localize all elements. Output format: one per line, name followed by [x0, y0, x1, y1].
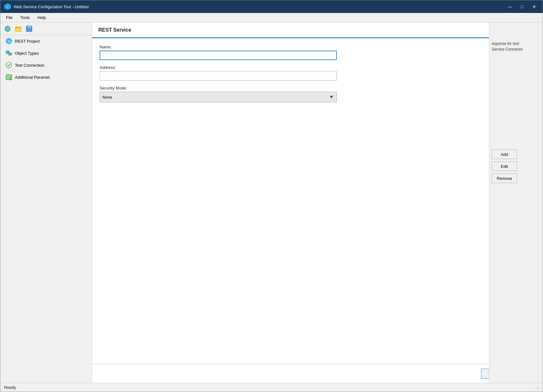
svg-point-17: [6, 62, 12, 68]
title-bar: Web Service Configuration Tool - Untitle…: [0, 0, 543, 13]
sidebar: REST Project Object Types Test Connectio…: [0, 22, 92, 383]
sidebar-label-rest-project: REST Project: [15, 39, 40, 44]
name-label: Name:: [100, 45, 535, 49]
new-button[interactable]: [3, 24, 12, 34]
edit-button[interactable]: Edit: [492, 162, 517, 171]
new-icon: [4, 25, 11, 32]
status-text: Ready: [4, 385, 16, 390]
sidebar-label-additional-params: Additional Paramet: [15, 75, 50, 80]
sidebar-label-object-types: Object Types: [15, 51, 39, 56]
sidebar-item-additional-params[interactable]: $ Additional Paramet: [0, 71, 92, 83]
name-field-group: Name:: [100, 45, 535, 60]
add-button[interactable]: Add: [492, 150, 517, 159]
security-mode-label: Security Mode:: [100, 86, 535, 90]
sidebar-item-test-connection[interactable]: Test Connection: [0, 59, 92, 71]
save-icon: [26, 25, 33, 32]
main-content: REST Project Object Types Test Connectio…: [0, 22, 543, 383]
svg-rect-11: [27, 29, 31, 31]
security-mode-select[interactable]: None Basic OAuth Certificate: [100, 92, 337, 102]
status-indicator: :::: [536, 386, 539, 389]
object-types-icon: [5, 50, 12, 57]
help-menu[interactable]: Help: [34, 14, 49, 21]
test-connection-icon: [5, 62, 12, 69]
svg-rect-20: [7, 77, 10, 77]
svg-rect-14: [9, 53, 12, 55]
status-bar: Ready :::: [0, 383, 543, 392]
name-input[interactable]: [100, 51, 337, 60]
svg-rect-10: [30, 26, 31, 28]
security-mode-field-group: Security Mode: None Basic OAuth Certific…: [100, 86, 535, 102]
open-button[interactable]: [14, 24, 23, 34]
svg-rect-7: [15, 27, 18, 28]
sidebar-item-object-types[interactable]: Object Types: [0, 47, 92, 59]
address-input[interactable]: [100, 71, 337, 81]
app-icon: [4, 3, 11, 10]
address-label: Address:: [100, 65, 535, 70]
open-icon: [15, 25, 22, 32]
toolbar: [0, 22, 92, 35]
menu-bar: File Tools Help: [0, 13, 543, 22]
remove-button[interactable]: Remove: [492, 174, 517, 183]
dialog-panel: REST Service x Name: Address: Security M…: [92, 22, 543, 383]
rest-project-icon: [5, 38, 12, 45]
svg-rect-15: [6, 52, 8, 52]
save-button[interactable]: [24, 24, 34, 34]
right-panel-buttons: Add Edit Remove: [489, 150, 543, 183]
sidebar-item-rest-project[interactable]: REST Project: [0, 35, 92, 47]
svg-text:$: $: [10, 78, 11, 81]
tools-menu[interactable]: Tools: [17, 14, 33, 21]
close-window-button[interactable]: ✕: [529, 3, 539, 10]
dialog-title: REST Service: [98, 27, 131, 33]
dialog-header: REST Service x: [92, 22, 543, 38]
main-window: Web Service Configuration Tool - Untitle…: [0, 0, 543, 392]
window-title: Web Service Configuration Tool - Untitle…: [14, 4, 505, 9]
content-area: REST Service x Name: Address: Security M…: [92, 22, 543, 383]
svg-point-4: [8, 26, 10, 28]
svg-rect-6: [15, 28, 21, 31]
right-panel-text: esponse for rest Service Connector: [489, 38, 543, 55]
partial-text: esponse for rest Service Connector: [492, 41, 523, 52]
svg-rect-16: [6, 52, 8, 52]
additional-params-icon: $: [5, 74, 12, 81]
dialog-footer: OK Cancel: [92, 364, 543, 383]
address-field-group: Address:: [100, 65, 535, 81]
window-controls: — □ ✕: [505, 3, 539, 10]
dialog-body: Name: Address: Security Mode: None Basic…: [92, 38, 543, 364]
sidebar-label-test-connection: Test Connection: [15, 63, 44, 68]
maximize-button[interactable]: □: [517, 3, 527, 10]
file-menu[interactable]: File: [3, 14, 16, 21]
right-panel: esponse for rest Service Connector Add E…: [489, 22, 543, 383]
svg-rect-19: [7, 76, 11, 76]
minimize-button[interactable]: —: [505, 3, 515, 10]
